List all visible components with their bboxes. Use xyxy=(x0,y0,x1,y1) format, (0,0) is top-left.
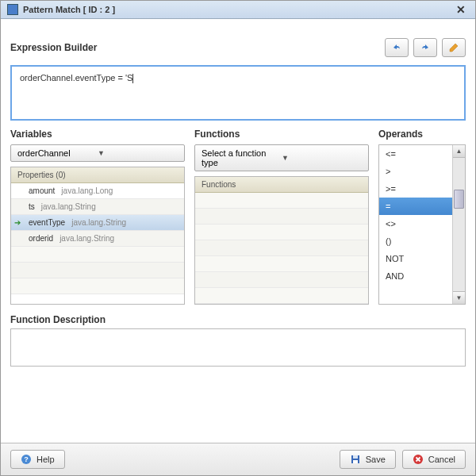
functions-label: Functions xyxy=(194,129,369,140)
cancel-icon xyxy=(413,454,424,465)
expression-label: Expression Builder xyxy=(10,42,380,53)
svg-rect-3 xyxy=(353,455,358,459)
help-icon: ? xyxy=(21,454,32,465)
table-row xyxy=(195,240,368,256)
function-description-label: Function Description xyxy=(10,314,466,325)
undo-icon xyxy=(390,41,403,54)
property-type: java.lang.String xyxy=(41,202,96,211)
undo-button[interactable] xyxy=(385,38,409,57)
variables-panel: Properties (0) amountjava.lang.Longtsjav… xyxy=(10,167,185,305)
function-description-section: Function Description xyxy=(10,314,466,367)
property-name: orderid xyxy=(29,234,53,243)
save-button[interactable]: Save xyxy=(340,450,396,469)
property-name: amount xyxy=(29,186,55,195)
cancel-button[interactable]: Cancel xyxy=(402,450,466,469)
pencil-icon xyxy=(447,41,460,54)
table-row xyxy=(195,193,368,209)
property-row[interactable]: orderidjava.lang.String xyxy=(11,231,184,247)
operands-label: Operands xyxy=(378,129,466,140)
table-row xyxy=(11,278,184,294)
scroll-thumb[interactable] xyxy=(454,190,464,209)
functions-dropdown-value: Select a function type xyxy=(202,148,282,167)
expression-text: orderChannel.eventType = 'S xyxy=(20,73,132,83)
operands-column: Operands <=>>==<>()NOTAND ▲ ▼ xyxy=(378,129,466,305)
dialog-icon xyxy=(7,4,18,15)
functions-dropdown[interactable]: Select a function type ▼ xyxy=(194,144,369,171)
redo-icon xyxy=(419,41,432,54)
dialog-title: Pattern Match [ ID : 2 ] xyxy=(23,5,448,14)
property-type: java.lang.String xyxy=(60,234,114,243)
table-row xyxy=(11,263,184,278)
functions-column: Functions Select a function type ▼ Funct… xyxy=(194,129,369,305)
property-row[interactable]: tsjava.lang.String xyxy=(11,199,184,215)
property-row[interactable]: ➔eventTypejava.lang.String xyxy=(11,215,184,231)
columns: Variables orderChannel ▼ Properties (0) … xyxy=(10,129,466,305)
scroll-down-button[interactable]: ▼ xyxy=(453,291,465,304)
table-row xyxy=(195,209,368,225)
help-label: Help xyxy=(36,455,55,464)
scrollbar[interactable]: ▲ ▼ xyxy=(452,145,465,304)
table-row xyxy=(195,272,368,288)
redo-button[interactable] xyxy=(413,38,437,57)
function-description-box xyxy=(10,328,466,367)
functions-panel: Functions xyxy=(194,176,369,305)
variables-label: Variables xyxy=(10,129,185,140)
title-bar: Pattern Match [ ID : 2 ] ✕ xyxy=(1,1,475,19)
chevron-down-icon: ▼ xyxy=(98,149,178,157)
dialog-footer: ? Help Save Cancel xyxy=(1,443,475,475)
expression-input[interactable]: orderChannel.eventType = 'S xyxy=(10,65,466,121)
expression-header: Expression Builder xyxy=(10,38,466,57)
close-button[interactable]: ✕ xyxy=(453,3,469,16)
property-row[interactable]: amountjava.lang.Long xyxy=(11,183,184,199)
operands-listbox[interactable]: <=>>==<>()NOTAND ▲ ▼ xyxy=(378,144,466,305)
table-row xyxy=(195,288,368,304)
variables-column: Variables orderChannel ▼ Properties (0) … xyxy=(10,129,185,305)
table-row xyxy=(195,225,368,240)
save-icon xyxy=(350,454,361,465)
help-button[interactable]: ? Help xyxy=(10,450,65,469)
property-type: java.lang.String xyxy=(71,218,126,227)
scroll-track[interactable] xyxy=(453,158,465,291)
save-label: Save xyxy=(366,455,386,464)
dialog-content: Expression Builder orderChannel.eventTyp… xyxy=(1,19,475,443)
svg-rect-4 xyxy=(353,460,358,463)
variables-panel-header: Properties (0) xyxy=(11,167,184,183)
table-row xyxy=(11,247,184,263)
property-name: ts xyxy=(29,202,35,211)
cancel-label: Cancel xyxy=(428,455,455,464)
text-cursor xyxy=(132,74,133,83)
edit-button[interactable] xyxy=(442,38,466,57)
arrow-right-icon: ➔ xyxy=(14,218,21,227)
property-type: java.lang.Long xyxy=(61,186,113,195)
functions-panel-header: Functions xyxy=(195,177,368,193)
property-name: eventType xyxy=(29,218,65,227)
chevron-down-icon: ▼ xyxy=(282,154,362,162)
scroll-up-button[interactable]: ▲ xyxy=(453,145,465,158)
variables-dropdown[interactable]: orderChannel ▼ xyxy=(10,144,185,162)
table-row xyxy=(195,256,368,272)
svg-text:?: ? xyxy=(24,455,29,463)
variables-dropdown-value: orderChannel xyxy=(17,148,98,158)
variables-rows: amountjava.lang.Longtsjava.lang.String➔e… xyxy=(11,183,184,294)
